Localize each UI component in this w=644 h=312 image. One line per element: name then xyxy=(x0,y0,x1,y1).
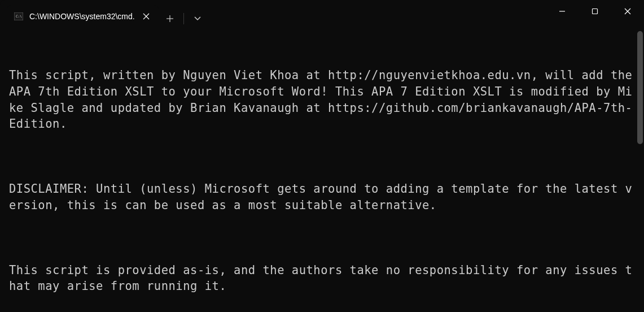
tab-actions xyxy=(159,7,209,30)
terminal-output[interactable]: This script, written by Nguyen Viet Khoa… xyxy=(0,28,644,312)
tab-title: C:\WINDOWS\system32\cmd. xyxy=(29,12,135,21)
titlebar: C:\ C:\WINDOWS\system32\cmd. xyxy=(0,0,644,28)
cmd-icon: C:\ xyxy=(14,11,24,21)
tab-close-button[interactable] xyxy=(141,11,152,22)
tab-area: C:\ C:\WINDOWS\system32\cmd. xyxy=(0,0,209,28)
tab-active[interactable]: C:\ C:\WINDOWS\system32\cmd. xyxy=(7,5,159,28)
new-tab-button[interactable] xyxy=(159,7,181,30)
tab-divider xyxy=(183,13,184,24)
svg-text:C:\: C:\ xyxy=(16,14,22,18)
svg-rect-7 xyxy=(593,9,598,14)
terminal-line: This script, written by Nguyen Viet Khoa… xyxy=(9,67,635,132)
tab-dropdown-button[interactable] xyxy=(186,7,209,30)
window-controls xyxy=(546,0,644,23)
minimize-button[interactable] xyxy=(546,0,579,23)
terminal-line: This script is provided as-is, and the a… xyxy=(9,262,635,294)
terminal-line: DISCLAIMER: Until (unless) Microsoft get… xyxy=(9,181,635,213)
maximize-button[interactable] xyxy=(579,0,611,23)
close-button[interactable] xyxy=(611,0,644,23)
scrollbar-thumb[interactable] xyxy=(637,31,643,144)
